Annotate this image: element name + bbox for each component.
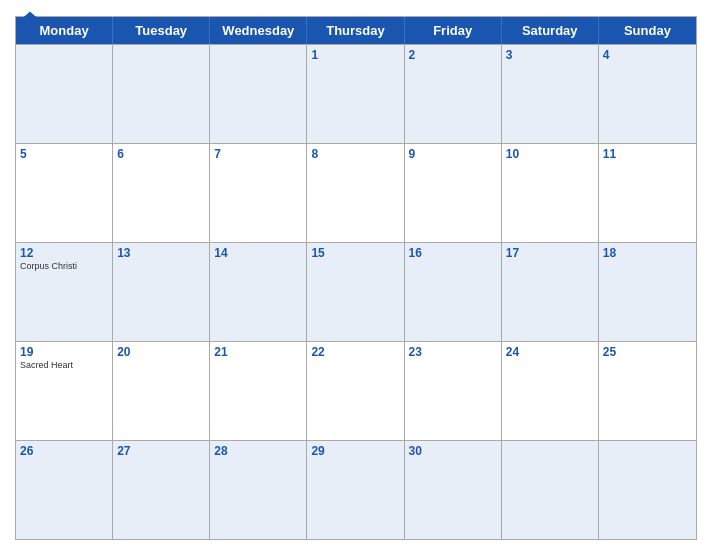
day-number: 10 [506,147,594,161]
day-cell: 18 [599,243,696,341]
day-cell: 9 [405,144,502,242]
page: MondayTuesdayWednesdayThursdayFridaySatu… [0,0,712,550]
day-cell [210,45,307,143]
day-cell: 14 [210,243,307,341]
day-cell: 23 [405,342,502,440]
day-cell: 25 [599,342,696,440]
day-cell: 29 [307,441,404,539]
day-cell: 13 [113,243,210,341]
day-cell: 1 [307,45,404,143]
day-number: 25 [603,345,692,359]
day-cell: 7 [210,144,307,242]
day-number: 21 [214,345,302,359]
week-row-4: 19Sacred Heart202122232425 [16,341,696,440]
day-cell: 11 [599,144,696,242]
day-number: 3 [506,48,594,62]
day-cell: 20 [113,342,210,440]
day-number: 5 [20,147,108,161]
day-number: 26 [20,444,108,458]
day-number: 16 [409,246,497,260]
day-number: 1 [311,48,399,62]
day-number: 12 [20,246,108,260]
day-number: 22 [311,345,399,359]
day-number: 30 [409,444,497,458]
day-header-saturday: Saturday [502,17,599,44]
day-cell: 17 [502,243,599,341]
day-number: 8 [311,147,399,161]
week-row-5: 2627282930 [16,440,696,539]
day-number: 15 [311,246,399,260]
day-number: 29 [311,444,399,458]
day-cell: 6 [113,144,210,242]
day-number: 11 [603,147,692,161]
day-number: 20 [117,345,205,359]
logo-icon [15,10,45,28]
day-number: 14 [214,246,302,260]
day-cell: 30 [405,441,502,539]
day-cell: 12Corpus Christi [16,243,113,341]
day-number: 23 [409,345,497,359]
day-number: 17 [506,246,594,260]
day-headers-row: MondayTuesdayWednesdayThursdayFridaySatu… [16,17,696,44]
day-cell [113,45,210,143]
day-number: 2 [409,48,497,62]
day-cell: 15 [307,243,404,341]
day-cell: 21 [210,342,307,440]
day-cell: 19Sacred Heart [16,342,113,440]
day-cell: 5 [16,144,113,242]
day-cell: 4 [599,45,696,143]
day-number: 13 [117,246,205,260]
day-cell: 26 [16,441,113,539]
day-cell [502,441,599,539]
day-header-sunday: Sunday [599,17,696,44]
svg-marker-0 [17,11,43,25]
holiday-label: Sacred Heart [20,360,108,371]
day-number: 24 [506,345,594,359]
day-header-wednesday: Wednesday [210,17,307,44]
day-cell: 8 [307,144,404,242]
week-row-3: 12Corpus Christi131415161718 [16,242,696,341]
day-cell: 24 [502,342,599,440]
calendar-weeks: 123456789101112Corpus Christi13141516171… [16,44,696,539]
day-cell [16,45,113,143]
day-cell: 3 [502,45,599,143]
day-number: 9 [409,147,497,161]
week-row-1: 1234 [16,44,696,143]
day-cell: 22 [307,342,404,440]
week-row-2: 567891011 [16,143,696,242]
day-cell [599,441,696,539]
calendar-header [15,10,697,12]
holiday-label: Corpus Christi [20,261,108,272]
logo [15,10,45,28]
day-number: 27 [117,444,205,458]
day-header-friday: Friday [405,17,502,44]
day-cell: 28 [210,441,307,539]
day-number: 6 [117,147,205,161]
day-number: 19 [20,345,108,359]
day-number: 4 [603,48,692,62]
day-number: 28 [214,444,302,458]
day-header-tuesday: Tuesday [113,17,210,44]
calendar-grid: MondayTuesdayWednesdayThursdayFridaySatu… [15,16,697,540]
day-header-thursday: Thursday [307,17,404,44]
day-cell: 27 [113,441,210,539]
day-cell: 10 [502,144,599,242]
day-number: 18 [603,246,692,260]
day-cell: 16 [405,243,502,341]
day-number: 7 [214,147,302,161]
day-cell: 2 [405,45,502,143]
